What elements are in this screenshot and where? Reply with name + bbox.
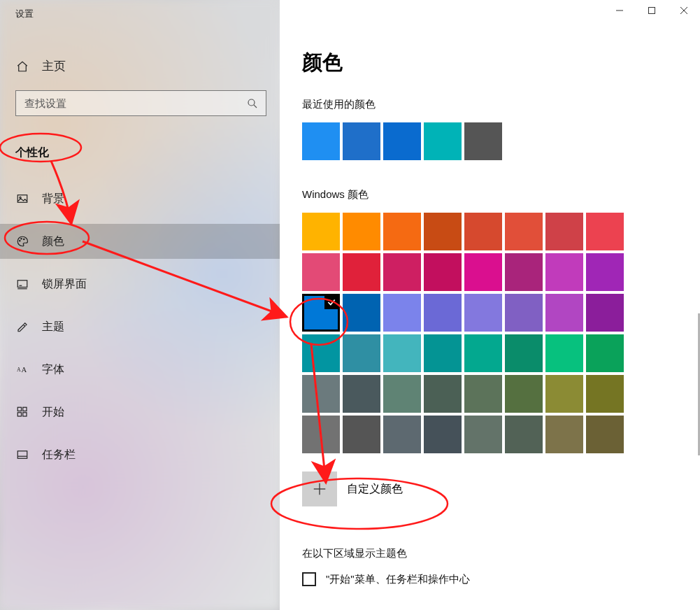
sidebar-item-background[interactable]: 背景 — [0, 181, 280, 216]
sidebar-item-label: 颜色 — [42, 234, 64, 249]
show-accent-areas-label: 在以下区域显示主题色 — [302, 547, 700, 560]
windows-color-swatch[interactable] — [545, 213, 583, 250]
check-icon — [324, 295, 338, 309]
windows-color-swatch[interactable] — [383, 375, 421, 413]
windows-color-swatch[interactable] — [302, 253, 340, 291]
windows-color-swatch[interactable] — [383, 253, 421, 291]
lockscreen-icon — [15, 277, 29, 291]
windows-color-swatch[interactable] — [505, 294, 543, 332]
windows-color-swatch[interactable] — [424, 213, 462, 250]
svg-text:A: A — [17, 367, 21, 373]
windows-color-swatch[interactable] — [505, 253, 543, 291]
sidebar-home[interactable]: 主页 — [0, 51, 280, 81]
windows-color-swatch[interactable] — [545, 416, 583, 453]
windows-color-swatch[interactable] — [586, 213, 624, 250]
windows-color-swatch[interactable] — [545, 334, 583, 372]
sidebar-item-taskbar[interactable]: 任务栏 — [0, 437, 280, 472]
windows-color-swatch[interactable] — [343, 294, 380, 332]
search-input[interactable] — [16, 91, 266, 115]
sidebar-item-font[interactable]: AA 字体 — [0, 352, 280, 387]
sidebar-item-lockscreen[interactable]: 锁屏界面 — [0, 267, 280, 302]
windows-color-swatch[interactable] — [586, 294, 624, 332]
svg-point-6 — [24, 239, 25, 240]
windows-color-swatch[interactable] — [343, 375, 380, 413]
recent-colors-label: 最近使用的颜色 — [302, 98, 700, 111]
sidebar-item-theme[interactable]: 主题 — [0, 309, 280, 344]
home-icon — [15, 59, 29, 73]
svg-point-5 — [21, 239, 22, 240]
windows-color-swatch[interactable] — [586, 253, 624, 291]
windows-color-swatch[interactable] — [302, 375, 340, 413]
sidebar-item-color[interactable]: 颜色 — [0, 224, 280, 259]
sidebar-item-label: 背景 — [42, 192, 64, 206]
windows-color-swatch[interactable] — [505, 375, 543, 413]
palette-icon — [15, 234, 29, 248]
custom-color-label: 自定义颜色 — [347, 482, 403, 497]
recent-color-swatch[interactable] — [383, 122, 421, 160]
picture-icon — [15, 192, 29, 206]
custom-color-row: 自定义颜色 — [302, 471, 700, 506]
windows-color-swatch[interactable] — [424, 253, 462, 291]
windows-color-swatch[interactable] — [464, 375, 502, 413]
windows-colors-label: Windows 颜色 — [302, 188, 700, 201]
svg-point-4 — [20, 241, 21, 242]
sidebar-item-label: 开始 — [42, 405, 64, 420]
windows-color-swatch[interactable] — [302, 416, 340, 453]
windows-color-swatch[interactable] — [424, 294, 462, 332]
recent-color-swatch[interactable] — [343, 122, 380, 160]
windows-color-swatch[interactable] — [586, 375, 624, 413]
windows-color-swatch[interactable] — [343, 334, 380, 372]
search-icon — [246, 97, 259, 110]
start-icon — [15, 405, 29, 419]
sidebar-nav: 背景 颜色 锁屏界面 — [0, 181, 280, 472]
windows-color-swatch[interactable] — [464, 294, 502, 332]
windows-color-swatch[interactable] — [424, 416, 462, 453]
windows-color-swatch[interactable] — [424, 334, 462, 372]
windows-color-swatch[interactable] — [383, 213, 421, 250]
windows-color-swatch[interactable] — [545, 375, 583, 413]
svg-line-1 — [254, 104, 257, 107]
svg-rect-7 — [17, 281, 27, 288]
recent-color-swatch[interactable] — [424, 122, 462, 160]
windows-color-swatch[interactable] — [545, 253, 583, 291]
maximize-button[interactable] — [636, 0, 668, 21]
windows-color-swatch[interactable] — [586, 334, 624, 372]
svg-rect-13 — [23, 407, 27, 411]
minimize-button[interactable] — [603, 0, 636, 21]
windows-color-swatch[interactable] — [302, 334, 340, 372]
accent-checkbox-row: "开始"菜单、任务栏和操作中心 — [302, 572, 700, 586]
windows-color-swatch[interactable] — [505, 334, 543, 372]
recent-colors — [302, 122, 700, 160]
windows-color-swatch[interactable] — [586, 416, 624, 453]
windows-color-swatch[interactable] — [343, 416, 380, 453]
windows-color-swatch[interactable] — [424, 375, 462, 413]
windows-color-swatch[interactable] — [383, 334, 421, 372]
windows-color-swatch[interactable] — [505, 213, 543, 250]
windows-color-swatch[interactable] — [302, 213, 340, 250]
sidebar-item-start[interactable]: 开始 — [0, 395, 280, 430]
svg-rect-16 — [17, 451, 27, 459]
windows-color-swatch[interactable] — [343, 213, 380, 250]
windows-color-swatch[interactable] — [383, 294, 421, 332]
main-pane: 颜色 最近使用的颜色 Windows 颜色 自定义颜色 在以下区域显示主题色 "… — [280, 0, 700, 610]
custom-color-button[interactable] — [302, 471, 337, 506]
windows-color-swatch[interactable] — [302, 294, 340, 332]
windows-color-swatch[interactable] — [464, 213, 502, 250]
recent-color-swatch[interactable] — [302, 122, 340, 160]
search-box[interactable] — [15, 90, 266, 116]
sidebar-section-title: 个性化 — [0, 146, 280, 160]
windows-color-swatch[interactable] — [464, 253, 502, 291]
taskbar-icon — [15, 448, 29, 462]
windows-color-swatch[interactable] — [383, 416, 421, 453]
recent-color-swatch[interactable] — [464, 122, 502, 160]
windows-color-swatch[interactable] — [343, 253, 380, 291]
close-button[interactable] — [668, 0, 700, 21]
accent-checkbox-start-taskbar[interactable] — [302, 572, 316, 586]
svg-rect-14 — [17, 413, 21, 416]
windows-color-swatch[interactable] — [505, 416, 543, 453]
sidebar-item-label: 锁屏界面 — [42, 277, 87, 292]
windows-color-swatch[interactable] — [464, 416, 502, 453]
windows-color-swatch[interactable] — [464, 334, 502, 372]
windows-color-swatch[interactable] — [545, 294, 583, 332]
sidebar-item-label: 主题 — [42, 320, 64, 334]
